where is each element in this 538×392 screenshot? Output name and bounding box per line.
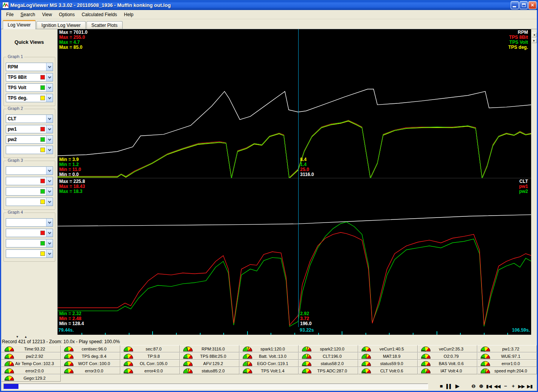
graph2-canvas[interactable] bbox=[58, 178, 531, 327]
gauge-ol-corr-[interactable]: OL Corr.:105.0 bbox=[120, 360, 180, 367]
channel-select-g4-4[interactable] bbox=[6, 249, 53, 258]
combo-dropdown-button[interactable] bbox=[46, 136, 53, 143]
channel-select-g4-3[interactable] bbox=[6, 239, 53, 247]
playback-progress-bar[interactable] bbox=[3, 384, 428, 389]
gauge-tps-volt[interactable]: TPS Volt:1.4 bbox=[239, 367, 299, 374]
menu-item-help[interactable]: Help bbox=[121, 11, 137, 18]
gauge-vecurr1[interactable]: veCurr1:40.5 bbox=[358, 345, 418, 352]
gauge-clt-volt[interactable]: CLT Volt:0.6 bbox=[358, 367, 418, 374]
graph1-plot[interactable]: Max = 7031.0Max = 255.0Max = 4.7Max = 85… bbox=[58, 29, 531, 178]
collapse-down-icon[interactable]: ▼ bbox=[16, 335, 24, 339]
combo-dropdown-button[interactable] bbox=[46, 167, 53, 174]
combo-dropdown-button[interactable] bbox=[46, 229, 53, 237]
step-back-button[interactable]: − bbox=[502, 383, 510, 390]
channel-select-g4-1[interactable] bbox=[6, 218, 53, 227]
gauge-tps-adc[interactable]: TPS ADC:287.0 bbox=[299, 367, 358, 374]
plot-scrollbar[interactable]: ◄ ► bbox=[531, 29, 537, 335]
play-button[interactable]: ▶ bbox=[453, 383, 461, 390]
channel-select-g1-3[interactable]: TPS Volt bbox=[6, 83, 53, 92]
collapse-up-icon[interactable]: ▲ bbox=[24, 335, 33, 339]
menu-item-search[interactable]: Search bbox=[17, 11, 38, 18]
gauge-gego[interactable]: Gego:129.2 bbox=[1, 374, 61, 382]
combo-dropdown-button[interactable] bbox=[46, 219, 53, 226]
tab-log-viewer[interactable]: Log Viewer bbox=[3, 20, 36, 29]
stop-button[interactable]: ■ bbox=[438, 383, 445, 390]
combo-dropdown-button[interactable] bbox=[46, 84, 53, 91]
channel-select-g1-2[interactable]: TPS 8Bit bbox=[6, 73, 53, 81]
gauge-wot-corr-[interactable]: WOT Corr.:100.0 bbox=[61, 360, 120, 367]
combo-dropdown-button[interactable] bbox=[46, 73, 53, 81]
combo-dropdown-button[interactable] bbox=[46, 250, 53, 257]
gauge-batt-volt-[interactable]: Batt. Volt.:13.0 bbox=[239, 352, 299, 360]
gauge-error2[interactable]: error2:0.0 bbox=[1, 367, 61, 374]
combo-dropdown-button[interactable] bbox=[46, 198, 53, 206]
skip-start-button[interactable]: ▮◀ bbox=[485, 383, 493, 390]
combo-dropdown-button[interactable] bbox=[46, 115, 53, 123]
gauge-error3[interactable]: error3:0.0 bbox=[61, 367, 120, 374]
channel-select-g2-2[interactable]: pw1 bbox=[6, 125, 53, 133]
time-cursor-line[interactable] bbox=[298, 29, 299, 327]
scroll-right-icon[interactable]: ► bbox=[532, 38, 537, 43]
rewind-button[interactable]: ◀◀ bbox=[493, 383, 502, 390]
combo-dropdown-button[interactable] bbox=[46, 177, 53, 185]
minimize-button[interactable] bbox=[511, 1, 519, 9]
gauge-air-temp-corr-[interactable]: Air Temp Corr.:102.3 bbox=[1, 360, 61, 367]
gauge-tps-8bit[interactable]: TPS 8Bit:25.0 bbox=[180, 352, 239, 360]
gauge-iat-volt[interactable]: IAT Volt:4.0 bbox=[418, 367, 477, 374]
gauge-sec[interactable]: sec:87.0 bbox=[120, 345, 180, 352]
channel-select-g3-1[interactable] bbox=[6, 166, 53, 175]
gauge-pw1[interactable]: pw1:3.72 bbox=[477, 345, 537, 352]
fast-forward-button[interactable]: ▶▶ bbox=[517, 383, 526, 390]
zoom-out-button[interactable]: ⊖ bbox=[470, 383, 477, 390]
combo-dropdown-button[interactable] bbox=[46, 63, 53, 71]
gauge-vecurr2[interactable]: veCurr2:35.3 bbox=[418, 345, 477, 352]
combo-dropdown-button[interactable] bbox=[46, 188, 53, 195]
gauge-tp[interactable]: TP:9.8 bbox=[120, 352, 180, 360]
scroll-left-icon[interactable]: ◄ bbox=[532, 32, 537, 37]
channel-select-g1-1[interactable]: RPM bbox=[6, 63, 53, 71]
menu-item-view[interactable]: View bbox=[38, 11, 55, 18]
gauge-rpm[interactable]: RPM:3116.0 bbox=[180, 345, 239, 352]
gauge-centisec[interactable]: centisec:96.0 bbox=[61, 345, 120, 352]
tab-ignition-log-viewer[interactable]: Ignition Log Viewer bbox=[37, 21, 86, 29]
channel-select-g4-2[interactable] bbox=[6, 229, 53, 237]
step-forward-button[interactable]: + bbox=[510, 383, 517, 390]
maximize-button[interactable] bbox=[520, 1, 528, 9]
gauge-pw2[interactable]: pw2:2.92 bbox=[1, 352, 61, 360]
gauge-afv[interactable]: AFV:129.2 bbox=[180, 360, 239, 367]
gauge-status85[interactable]: status85:2.0 bbox=[180, 367, 239, 374]
panel-splitter[interactable]: ▼▲ bbox=[16, 335, 33, 339]
gauge-error4[interactable]: error4:0.0 bbox=[120, 367, 180, 374]
tab-scatter-plots[interactable]: Scatter Plots bbox=[86, 21, 123, 29]
menu-item-calculated-fields[interactable]: Calculated Fields bbox=[78, 11, 121, 18]
channel-select-g3-4[interactable] bbox=[6, 198, 53, 206]
plot-area[interactable]: Max = 7031.0Max = 255.0Max = 4.7Max = 85… bbox=[57, 29, 531, 335]
combo-dropdown-button[interactable] bbox=[46, 146, 53, 154]
gauge-status58[interactable]: status58:2.0 bbox=[299, 360, 358, 367]
close-button[interactable]: × bbox=[528, 1, 536, 9]
menu-item-options[interactable]: Options bbox=[55, 11, 78, 18]
gauge-ego-corr-[interactable]: EGO Corr.:119.1 bbox=[239, 360, 299, 367]
channel-select-g1-4[interactable]: TPS deg. bbox=[6, 94, 53, 102]
gauge-clt[interactable]: CLT:196.0 bbox=[299, 352, 358, 360]
combo-dropdown-button[interactable] bbox=[46, 125, 53, 133]
graph2-plot[interactable]: Max = 225.8Max = 18.43Max = 18.3 CLTpw1p… bbox=[58, 178, 531, 327]
gauge-o2[interactable]: O2:0.79 bbox=[418, 352, 477, 360]
gauge-mat[interactable]: MAT:18.9 bbox=[358, 352, 418, 360]
combo-dropdown-button[interactable] bbox=[46, 239, 53, 247]
channel-select-g3-3[interactable] bbox=[6, 187, 53, 196]
menu-item-file[interactable]: File bbox=[3, 11, 17, 18]
gauge-status59[interactable]: status59:9.0 bbox=[358, 360, 418, 367]
channel-select-g2-1[interactable]: CLT bbox=[6, 115, 53, 123]
gauge-wue[interactable]: WUE:97.1 bbox=[477, 352, 537, 360]
channel-select-g2-4[interactable] bbox=[6, 146, 53, 154]
skip-end-button[interactable]: ▶▮ bbox=[526, 383, 534, 390]
gauge-bas-volt-[interactable]: BAS Volt.:0.6 bbox=[418, 360, 477, 367]
gauge-time[interactable]: Time:93.22 bbox=[1, 345, 61, 352]
channel-select-g3-2[interactable] bbox=[6, 177, 53, 185]
channel-select-g2-3[interactable]: pw2 bbox=[6, 135, 53, 144]
pause-button[interactable]: ▌▌ bbox=[445, 383, 454, 390]
gauge-speed-mph[interactable]: speed mph:204.0 bbox=[477, 367, 537, 374]
gauge-spark1[interactable]: spark1:120.0 bbox=[239, 345, 299, 352]
zoom-in-button[interactable]: ⊕ bbox=[477, 383, 485, 390]
